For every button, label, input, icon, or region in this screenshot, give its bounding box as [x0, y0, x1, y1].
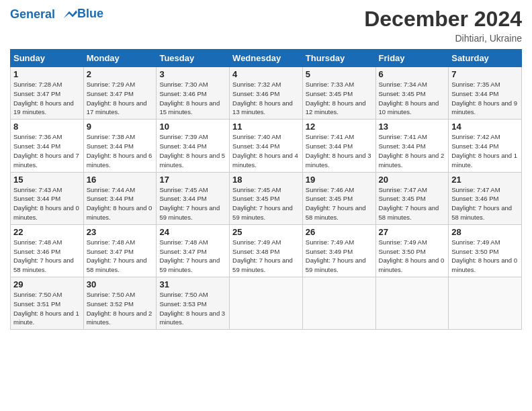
day-number: 16 [87, 175, 154, 185]
cell-daylight: Daylight: 7 hours and 59 minutes. [232, 257, 293, 273]
cell-sunset: Sunset: 3:47 PM [159, 248, 206, 255]
cell-sunrise: Sunrise: 7:48 AM [87, 238, 135, 246]
cell-daylight: Daylight: 8 hours and 0 minutes. [379, 257, 445, 273]
page-header: General Blue December 2024 Dihtiari, Ukr… [10, 7, 522, 44]
cell-sunset: Sunset: 3:44 PM [451, 90, 498, 97]
cell-daylight: Daylight: 8 hours and 19 minutes. [13, 99, 74, 116]
day-number: 15 [13, 175, 81, 185]
calendar-cell: 23 Sunrise: 7:48 AM Sunset: 3:47 PM Dayl… [83, 224, 157, 277]
cell-sunrise: Sunrise: 7:38 AM [87, 133, 135, 140]
cell-sunset: Sunset: 3:46 PM [159, 90, 206, 97]
cell-sunset: Sunset: 3:53 PM [159, 300, 206, 308]
calendar-cell: 13 Sunrise: 7:41 AM Sunset: 3:44 PM Dayl… [375, 120, 449, 172]
day-number: 2 [87, 69, 154, 79]
calendar-cell: 10 Sunrise: 7:39 AM Sunset: 3:44 PM Dayl… [157, 120, 230, 172]
cell-sunrise: Sunrise: 7:47 AM [379, 186, 427, 193]
cell-daylight: Daylight: 8 hours and 1 minute. [451, 152, 517, 169]
cell-daylight: Daylight: 7 hours and 58 minutes. [87, 257, 147, 273]
day-number: 22 [13, 227, 81, 237]
day-number: 7 [451, 69, 519, 79]
cell-daylight: Daylight: 8 hours and 2 minutes. [87, 310, 152, 326]
calendar-cell [302, 277, 375, 330]
calendar-cell [449, 277, 522, 330]
cell-daylight: Daylight: 8 hours and 0 minutes. [13, 204, 79, 221]
cell-daylight: Daylight: 8 hours and 9 minutes. [451, 99, 517, 116]
day-number: 30 [87, 279, 154, 289]
cell-sunrise: Sunrise: 7:29 AM [87, 81, 135, 88]
cell-sunrise: Sunrise: 7:48 AM [159, 238, 208, 246]
calendar-cell: 26 Sunrise: 7:49 AM Sunset: 3:49 PM Dayl… [302, 224, 375, 277]
day-header-friday: Friday [375, 50, 449, 67]
cell-daylight: Daylight: 8 hours and 2 minutes. [379, 152, 445, 169]
day-number: 19 [306, 175, 373, 185]
cell-sunrise: Sunrise: 7:34 AM [379, 81, 427, 88]
cell-sunrise: Sunrise: 7:42 AM [451, 133, 500, 140]
day-header-thursday: Thursday [302, 50, 375, 67]
day-number: 17 [159, 175, 226, 185]
day-number: 9 [87, 122, 154, 132]
calendar-cell: 31 Sunrise: 7:50 AM Sunset: 3:53 PM Dayl… [157, 277, 230, 330]
day-header-monday: Monday [83, 50, 157, 67]
calendar-cell [230, 277, 303, 330]
cell-daylight: Daylight: 7 hours and 59 minutes. [232, 204, 293, 221]
cell-sunrise: Sunrise: 7:39 AM [159, 133, 208, 140]
calendar-cell: 24 Sunrise: 7:48 AM Sunset: 3:47 PM Dayl… [157, 224, 230, 277]
cell-sunset: Sunset: 3:44 PM [306, 142, 353, 150]
day-number: 20 [379, 175, 446, 185]
cell-sunrise: Sunrise: 7:43 AM [13, 186, 62, 193]
calendar-cell: 3 Sunrise: 7:30 AM Sunset: 3:46 PM Dayli… [157, 67, 230, 120]
cell-sunrise: Sunrise: 7:47 AM [451, 186, 500, 193]
day-header-wednesday: Wednesday [230, 50, 303, 67]
calendar-cell: 1 Sunrise: 7:28 AM Sunset: 3:47 PM Dayli… [11, 67, 84, 120]
cell-daylight: Daylight: 8 hours and 3 minutes. [306, 152, 371, 169]
day-header-tuesday: Tuesday [157, 50, 230, 67]
day-number: 13 [379, 122, 446, 132]
calendar-cell: 14 Sunrise: 7:42 AM Sunset: 3:44 PM Dayl… [449, 120, 522, 172]
cell-sunset: Sunset: 3:44 PM [87, 142, 134, 150]
calendar-week-row: 8 Sunrise: 7:36 AM Sunset: 3:44 PM Dayli… [11, 120, 522, 172]
page-container: General Blue December 2024 Dihtiari, Ukr… [0, 0, 532, 336]
cell-daylight: Daylight: 8 hours and 15 minutes. [159, 99, 220, 116]
calendar-table: SundayMondayTuesdayWednesdayThursdayFrid… [10, 49, 522, 330]
cell-sunset: Sunset: 3:44 PM [159, 195, 206, 202]
cell-sunrise: Sunrise: 7:41 AM [379, 133, 427, 140]
cell-sunset: Sunset: 3:51 PM [13, 300, 60, 308]
day-number: 4 [232, 69, 300, 79]
day-number: 24 [159, 227, 226, 237]
cell-sunset: Sunset: 3:45 PM [379, 195, 426, 202]
calendar-cell: 18 Sunrise: 7:45 AM Sunset: 3:45 PM Dayl… [230, 172, 303, 224]
cell-sunrise: Sunrise: 7:49 AM [451, 238, 500, 246]
day-header-saturday: Saturday [449, 50, 522, 67]
cell-sunrise: Sunrise: 7:50 AM [13, 291, 62, 298]
cell-sunset: Sunset: 3:47 PM [13, 90, 60, 97]
cell-sunset: Sunset: 3:45 PM [306, 195, 353, 202]
cell-sunset: Sunset: 3:48 PM [232, 248, 279, 255]
calendar-week-row: 22 Sunrise: 7:48 AM Sunset: 3:46 PM Dayl… [11, 224, 522, 277]
calendar-cell: 8 Sunrise: 7:36 AM Sunset: 3:44 PM Dayli… [11, 120, 84, 172]
cell-sunrise: Sunrise: 7:49 AM [379, 238, 427, 246]
location: Dihtiari, Ukraine [364, 33, 522, 44]
logo: General Blue [10, 7, 103, 23]
cell-daylight: Daylight: 7 hours and 58 minutes. [379, 204, 439, 221]
cell-sunset: Sunset: 3:47 PM [87, 248, 134, 255]
cell-daylight: Daylight: 8 hours and 0 minutes. [451, 257, 517, 273]
calendar-cell: 28 Sunrise: 7:49 AM Sunset: 3:50 PM Dayl… [449, 224, 522, 277]
month-title: December 2024 [364, 7, 522, 32]
day-number: 23 [87, 227, 154, 237]
calendar-cell: 15 Sunrise: 7:43 AM Sunset: 3:44 PM Dayl… [11, 172, 84, 224]
day-number: 28 [451, 227, 519, 237]
cell-daylight: Daylight: 7 hours and 59 minutes. [159, 204, 220, 221]
cell-sunset: Sunset: 3:44 PM [87, 195, 134, 202]
calendar-cell: 2 Sunrise: 7:29 AM Sunset: 3:47 PM Dayli… [83, 67, 157, 120]
day-number: 27 [379, 227, 446, 237]
day-number: 8 [13, 122, 81, 132]
logo-bird-icon [61, 7, 77, 23]
day-number: 3 [159, 69, 226, 79]
cell-daylight: Daylight: 8 hours and 5 minutes. [159, 152, 225, 169]
calendar-cell: 25 Sunrise: 7:49 AM Sunset: 3:48 PM Dayl… [230, 224, 303, 277]
cell-sunrise: Sunrise: 7:46 AM [306, 186, 354, 193]
svg-marker-0 [63, 10, 77, 18]
calendar-week-row: 29 Sunrise: 7:50 AM Sunset: 3:51 PM Dayl… [11, 277, 522, 330]
cell-sunrise: Sunrise: 7:44 AM [87, 186, 135, 193]
calendar-cell: 29 Sunrise: 7:50 AM Sunset: 3:51 PM Dayl… [11, 277, 84, 330]
